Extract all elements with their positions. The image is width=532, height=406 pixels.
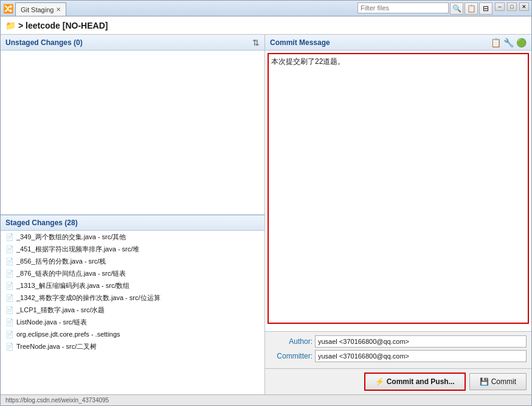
list-item[interactable]: 📄_LCP1_猜数字.java - src/水题 [1,304,264,316]
list-item[interactable]: 📄ListNode.java - src/链表 [1,316,264,328]
staged-title: Staged Changes (28) [5,219,78,227]
title-bar: 🔀 Git Staging ✕ 🔍 📋 ⊟ – □ ✕ [1,1,531,16]
staged-header: Staged Changes (28) [1,215,264,231]
list-item[interactable]: 📄_1313_解压缩编码列表.java - src/数组 [1,279,264,292]
commit-header-icons: 📋 🔧 🟢 [491,38,527,47]
file-icon: 📄 [5,343,14,351]
commit-icon-3[interactable]: 🟢 [516,38,527,47]
commit-icon-1[interactable]: 📋 [491,38,501,47]
minimize-btn[interactable]: – [495,2,505,11]
toolbar-btn-2[interactable]: 📋 [465,2,478,15]
commit-message-wrapper [265,51,531,331]
left-panel: Unstaged Changes (0) ⇅ Staged Changes (2… [1,35,265,394]
restore-btn[interactable]: □ [507,2,517,11]
close-btn[interactable]: ✕ [519,2,529,11]
unstaged-area[interactable] [1,51,264,215]
committer-input[interactable] [315,350,527,362]
filter-input[interactable] [358,2,449,13]
list-item[interactable]: 📄org.eclipse.jdt.core.prefs - .settings [1,328,264,340]
commit-message-input[interactable] [268,53,529,324]
tab-close-icon[interactable]: ✕ [56,6,61,13]
list-item[interactable]: 📄_856_括号的分数.java - src/栈 [1,255,264,267]
unstaged-title: Unstaged Changes (0) [5,38,83,47]
main-content: Unstaged Changes (0) ⇅ Staged Changes (2… [1,35,531,394]
breadcrumb-folder-icon: 📁 [5,21,16,30]
file-icon: 📄 [5,306,14,314]
commit-push-icon: ⚡ [375,377,384,386]
author-row: Author: [270,335,527,348]
file-icon: 📄 [5,318,14,326]
meta-section: Author: Committer: [265,331,531,368]
committer-row: Committer: [270,350,527,362]
toolbar-btn-3[interactable]: ⊟ [479,2,492,15]
author-label: Author: [270,337,313,346]
file-icon: 📄 [5,233,14,241]
file-icon: 📄 [5,270,14,278]
staged-list[interactable]: 📄_349_两个数组的交集.java - src/其他📄_451_根据字符出现频… [1,231,264,394]
breadcrumb-bar: 📁 > leetcode [NO-HEAD] [1,16,531,35]
list-item[interactable]: 📄_451_根据字符出现频率排序.java - src/堆 [1,243,264,255]
title-bar-right: 🔍 📋 ⊟ – □ ✕ [358,2,529,15]
git-staging-tab[interactable]: Git Staging ✕ [15,2,66,16]
status-url: https://blog.csdn.net/weixin_43734095 [5,397,109,404]
unstaged-header: Unstaged Changes (0) ⇅ [1,35,264,51]
git-staging-window: 🔀 Git Staging ✕ 🔍 📋 ⊟ – □ ✕ 📁 > leetcode… [0,0,532,406]
file-icon: 📄 [5,282,14,290]
toolbar-btn-1[interactable]: 🔍 [450,2,463,15]
commit-button[interactable]: 💾 Commit [469,373,527,390]
file-icon: 📄 [5,331,14,338]
status-bar: https://blog.csdn.net/weixin_43734095 [1,394,531,405]
list-item[interactable]: 📄_876_链表的中间结点.java - src/链表 [1,267,264,279]
commit-label: Commit [491,377,516,386]
author-input[interactable] [315,335,527,348]
unstaged-sort-icon[interactable]: ⇅ [252,38,260,47]
list-item[interactable]: 📄_349_两个数组的交集.java - src/其他 [1,231,264,243]
commit-icon: 💾 [480,377,489,386]
git-icon: 🔀 [3,4,13,13]
action-row: ⚡ Commit and Push... 💾 Commit [265,368,531,394]
breadcrumb-text: > leetcode [NO-HEAD] [18,21,108,30]
tab-label: Git Staging [21,6,54,13]
commit-header-title: Commit Message [270,38,330,47]
committer-label: Committer: [270,352,313,360]
file-icon: 📄 [5,245,14,253]
list-item[interactable]: 📄_1342_将数字变成0的操作次数.java - src/位运算 [1,292,264,304]
commit-message-header: Commit Message 📋 🔧 🟢 [265,35,531,51]
commit-and-push-button[interactable]: ⚡ Commit and Push... [364,373,466,391]
file-icon: 📄 [5,257,14,265]
commit-icon-2[interactable]: 🔧 [503,38,514,47]
right-panel: Commit Message 📋 🔧 🟢 Author: Committer [265,35,531,394]
commit-push-label: Commit and Push... [387,377,455,386]
file-icon: 📄 [5,294,14,302]
list-item[interactable]: 📄TreeNode.java - src/二叉树 [1,340,264,352]
